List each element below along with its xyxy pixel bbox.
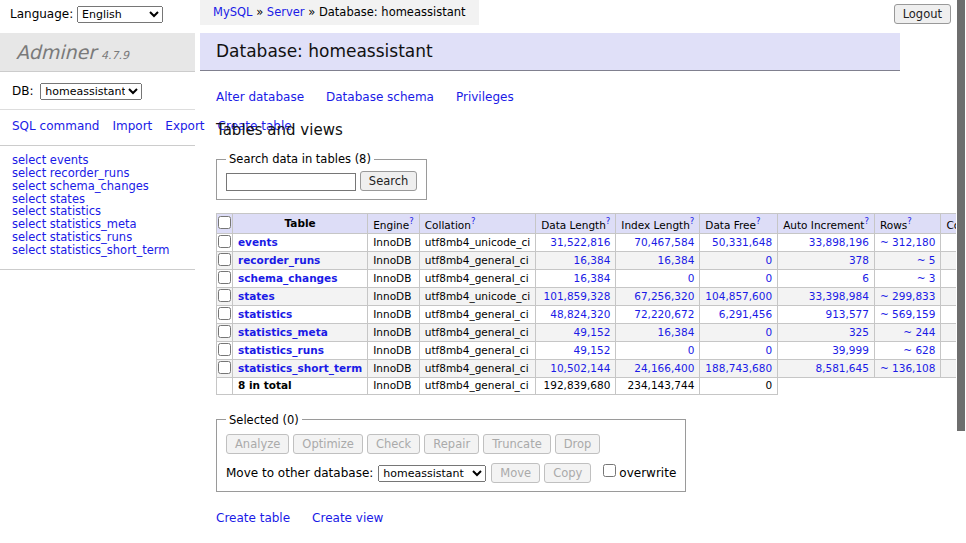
sidebar-action-link[interactable]: Import: [112, 119, 152, 133]
truncate-button[interactable]: Truncate: [483, 434, 551, 454]
rows-link[interactable]: ~ 312,180: [880, 236, 936, 248]
index-length-link[interactable]: 0: [688, 272, 695, 284]
rows-link[interactable]: ~ 3: [917, 272, 936, 284]
sidebar-table-select-link[interactable]: select schema_changes: [12, 179, 149, 193]
auto-increment-link[interactable]: 6: [862, 272, 869, 284]
row-checkbox[interactable]: [218, 307, 231, 320]
logout-button[interactable]: Logout: [894, 4, 951, 24]
database-action-link[interactable]: Alter database: [216, 90, 304, 104]
table-name-link[interactable]: statistics: [238, 308, 292, 320]
rows-link[interactable]: ~ 244: [903, 326, 935, 338]
sidebar-table-select-link[interactable]: select statistics_runs: [12, 230, 132, 244]
scrollbar-thumb[interactable]: [957, 0, 965, 431]
create-link[interactable]: Create view: [312, 511, 383, 525]
row-checkbox[interactable]: [218, 271, 231, 284]
column-help-link[interactable]: ?: [471, 216, 476, 226]
sidebar-table-select-link[interactable]: select recorder_runs: [12, 166, 129, 180]
db-select[interactable]: homeassistant: [40, 83, 142, 100]
column-help-link[interactable]: ?: [756, 216, 761, 226]
analyze-button[interactable]: Analyze: [226, 434, 289, 454]
index-length-link[interactable]: 16,384: [658, 326, 695, 338]
table-name-link[interactable]: statistics_runs: [238, 344, 324, 356]
table-name-link[interactable]: recorder_runs: [238, 254, 320, 266]
database-action-link[interactable]: Database schema: [326, 90, 434, 104]
data-free-link[interactable]: 0: [765, 254, 772, 266]
sidebar-action-link[interactable]: Export: [165, 119, 204, 133]
data-length-link[interactable]: 101,859,328: [544, 290, 611, 302]
data-free-link[interactable]: 0: [765, 344, 772, 356]
auto-increment-link[interactable]: 378: [849, 254, 869, 266]
data-free-link[interactable]: 188,743,680: [705, 362, 772, 374]
auto-increment-link[interactable]: 8,581,645: [815, 362, 868, 374]
language-select[interactable]: English: [77, 6, 163, 23]
row-checkbox[interactable]: [218, 325, 231, 338]
column-help-link[interactable]: ?: [409, 216, 414, 226]
column-help-link[interactable]: ?: [864, 216, 869, 226]
auto-increment-link[interactable]: 325: [849, 326, 869, 338]
move-button[interactable]: Move: [491, 463, 540, 483]
database-action-link[interactable]: Privileges: [456, 90, 514, 104]
row-checkbox[interactable]: [218, 289, 231, 302]
data-length-link[interactable]: 16,384: [574, 272, 611, 284]
rows-link[interactable]: ~ 569,159: [880, 308, 936, 320]
rows-link[interactable]: ~ 136,108: [880, 362, 936, 374]
sidebar-table-select-link[interactable]: select events: [12, 153, 89, 167]
column-help-link[interactable]: ?: [907, 216, 912, 226]
data-length-link[interactable]: 16,384: [574, 254, 611, 266]
optimize-button[interactable]: Optimize: [293, 434, 363, 454]
column-help-link[interactable]: ?: [690, 216, 695, 226]
data-free-link[interactable]: 0: [765, 272, 772, 284]
drop-button[interactable]: Drop: [555, 434, 601, 454]
overwrite-checkbox[interactable]: [603, 464, 616, 477]
create-link[interactable]: Create table: [216, 511, 290, 525]
table-total-row: 8 in totalInnoDButf8mb4_general_ci192,83…: [217, 377, 966, 394]
rows-link[interactable]: ~ 628: [903, 344, 935, 356]
row-checkbox[interactable]: [218, 361, 231, 374]
index-length-link[interactable]: 67,256,320: [634, 290, 694, 302]
breadcrumb-link[interactable]: Server: [267, 5, 305, 19]
auto-increment-link[interactable]: 913,577: [826, 308, 869, 320]
search-input[interactable]: [226, 173, 356, 191]
sidebar-table-select-link[interactable]: select statistics_meta: [12, 217, 137, 231]
sidebar-table-select-link[interactable]: select statistics: [12, 204, 101, 218]
index-length-link[interactable]: 24,166,400: [634, 362, 694, 374]
table-name-link[interactable]: statistics_short_term: [238, 362, 362, 374]
move-db-select[interactable]: homeassistant: [378, 465, 486, 482]
data-length-link[interactable]: 10,502,144: [550, 362, 610, 374]
table-name-link[interactable]: states: [238, 290, 275, 302]
table-name-link[interactable]: statistics_meta: [238, 326, 328, 338]
index-length-link[interactable]: 72,220,672: [634, 308, 694, 320]
data-free-link[interactable]: 104,857,600: [705, 290, 772, 302]
table-name-link[interactable]: schema_changes: [238, 272, 338, 284]
data-free-link[interactable]: 0: [765, 326, 772, 338]
data-length-link[interactable]: 49,152: [574, 326, 611, 338]
column-help-link[interactable]: ?: [606, 216, 611, 226]
auto-increment-link[interactable]: 33,398,984: [809, 290, 869, 302]
data-free-link[interactable]: 6,291,456: [719, 308, 772, 320]
row-checkbox[interactable]: [218, 253, 231, 266]
index-length-link[interactable]: 70,467,584: [634, 236, 694, 248]
repair-button[interactable]: Repair: [424, 434, 479, 454]
index-length-link[interactable]: 0: [688, 344, 695, 356]
vertical-scrollbar[interactable]: [956, 0, 966, 543]
rows-link[interactable]: ~ 5: [917, 254, 936, 266]
check-button[interactable]: Check: [367, 434, 420, 454]
search-button[interactable]: Search: [360, 171, 418, 191]
sidebar-table-select-link[interactable]: select states: [12, 192, 85, 206]
index-length-link[interactable]: 16,384: [658, 254, 695, 266]
data-length-link[interactable]: 31,522,816: [550, 236, 610, 248]
data-length-link[interactable]: 49,152: [574, 344, 611, 356]
data-free-link[interactable]: 50,331,648: [712, 236, 772, 248]
auto-increment-link[interactable]: 39,999: [832, 344, 869, 356]
rows-link[interactable]: ~ 299,833: [880, 290, 936, 302]
select-all-checkbox[interactable]: [218, 216, 231, 229]
data-length-link[interactable]: 48,824,320: [550, 308, 610, 320]
row-checkbox[interactable]: [218, 343, 231, 356]
row-checkbox[interactable]: [218, 235, 231, 248]
copy-button[interactable]: Copy: [544, 463, 591, 483]
sidebar-table-select-link[interactable]: select statistics_short_term: [12, 243, 169, 257]
sidebar-action-link[interactable]: SQL command: [12, 119, 99, 133]
breadcrumb-link[interactable]: MySQL: [213, 5, 253, 19]
auto-increment-link[interactable]: 33,898,196: [809, 236, 869, 248]
table-name-link[interactable]: events: [238, 236, 278, 248]
